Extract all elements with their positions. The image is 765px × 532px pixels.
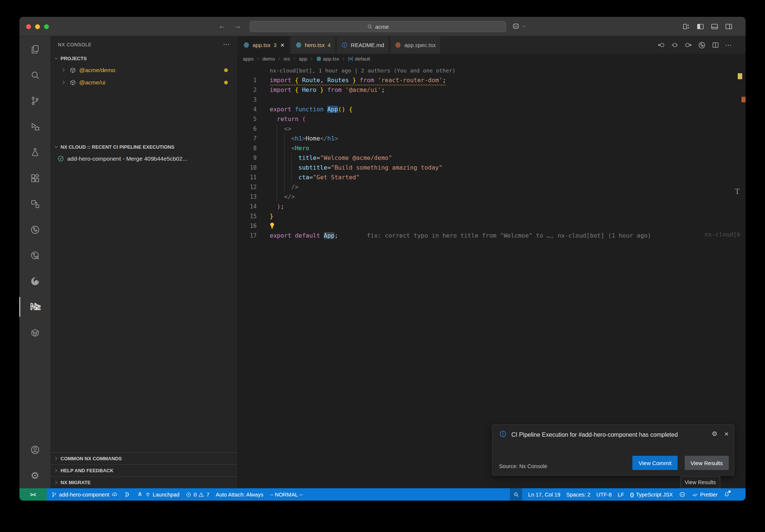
notification-settings-button[interactable]: ⚙ xyxy=(712,431,717,437)
section-help-and-feedback[interactable]: HELP AND FEEDBACK xyxy=(50,464,238,476)
breadcrumb-item[interactable]: src xyxy=(284,56,290,62)
tab-app-tsx[interactable]: app.tsx 3 ✕ xyxy=(239,36,289,54)
breadcrumb-item-symbol[interactable]: default xyxy=(348,56,370,62)
indentation-status-item[interactable]: Spaces: 2 xyxy=(566,492,591,498)
projects-section-header[interactable]: PROJECTS xyxy=(50,53,238,64)
line-text: cta="Get Started" xyxy=(270,173,360,182)
close-traffic-light[interactable] xyxy=(26,24,31,29)
editor-group: app.tsx 3 ✕ hero.tsx 4 README.md app.spe… xyxy=(238,36,746,488)
auto-attach-status-item[interactable]: Auto Attach: Always xyxy=(216,492,263,498)
close-icon[interactable]: ✕ xyxy=(280,42,285,48)
zoom-status-item[interactable] xyxy=(510,488,522,501)
breadcrumb-item[interactable]: apps xyxy=(243,56,254,62)
code-line[interactable]: 17export default App;fix: correct typo i… xyxy=(238,231,746,241)
nx-cloud-section-header[interactable]: NX CLOUD :: RECENT CI PIPELINE EXECUTION… xyxy=(50,141,238,152)
eol-status-item[interactable]: LF xyxy=(618,492,624,498)
prev-change-button[interactable] xyxy=(657,41,665,49)
launchpad-status-item[interactable]: Launchpad xyxy=(137,491,180,498)
view-results-button[interactable]: View Results xyxy=(685,456,729,470)
notifications-bell-button[interactable] xyxy=(724,491,730,498)
sidebar-item-run-debug[interactable] xyxy=(19,114,50,139)
vim-mode-status-item[interactable]: -- NORMAL -- xyxy=(270,492,303,498)
toggle-primary-sidebar-button[interactable] xyxy=(696,22,704,31)
encoding-status-item[interactable]: UTF-8 xyxy=(597,492,612,498)
sidebar-item-containers[interactable] xyxy=(19,320,50,346)
customize-layout-button[interactable] xyxy=(682,22,690,31)
pipeline-status-item[interactable] xyxy=(124,491,130,498)
sidebar-more-actions-button[interactable]: ⋯ xyxy=(223,40,230,49)
formatter-status-item[interactable]: Prettier xyxy=(692,491,718,498)
toggle-panel-button[interactable] xyxy=(710,22,719,31)
sidebar-item-git-search[interactable] xyxy=(19,242,50,268)
code-line[interactable]: 13 </> xyxy=(238,192,746,202)
chevron-right-icon xyxy=(292,56,297,61)
code-line[interactable]: 16 xyxy=(238,221,746,231)
code-line[interactable]: 6 <> xyxy=(238,124,746,134)
copilot-status-item[interactable] xyxy=(679,491,686,498)
code-line[interactable]: 5 return ( xyxy=(238,114,746,124)
project-item-acme-demo[interactable]: @acme/demo xyxy=(50,64,238,76)
remote-indicator[interactable]: >< xyxy=(19,488,47,501)
problems-status-item[interactable]: 0 7 xyxy=(186,492,209,498)
more-actions-button[interactable]: ⋯ xyxy=(725,41,732,49)
code-line[interactable]: 7 <h1>Home</h1> xyxy=(238,134,746,143)
tab-hero-tsx[interactable]: hero.tsx 4 xyxy=(291,36,335,54)
sidebar-item-nx-console[interactable]: N≥ xyxy=(19,294,50,320)
project-item-acme-ui[interactable]: @acme/ui xyxy=(50,76,238,89)
code-line[interactable]: 9 title="Welcome @acme/demo" xyxy=(238,153,746,163)
history-forward-button[interactable]: → xyxy=(233,22,242,30)
split-editor-button[interactable] xyxy=(712,41,719,49)
line-text: import { Route, Routes } from 'react-rou… xyxy=(270,75,446,85)
sidebar-item-edge-tools[interactable] xyxy=(19,268,50,294)
tab-app-spec-tsx[interactable]: app.spec.tsx xyxy=(390,36,440,54)
code-line[interactable]: 11 cta="Get Started" xyxy=(238,173,746,182)
copilot-icon xyxy=(679,491,686,498)
pipeline-execution-item[interactable]: add-hero-component - Merge 409b44e5cb02.… xyxy=(50,152,238,165)
tab-readme-md[interactable]: README.md xyxy=(337,36,388,54)
cursor-position-status-item[interactable]: Ln 17, Col 19 xyxy=(528,492,560,498)
sidebar: NX CONSOLE ⋯ PROJECTS @acme/demo xyxy=(50,36,238,488)
code-line[interactable]: 14 ); xyxy=(238,202,746,211)
account-button[interactable] xyxy=(19,437,50,463)
sidebar-item-search[interactable] xyxy=(19,62,50,88)
next-change-button[interactable] xyxy=(684,41,692,49)
copilot-menu[interactable] xyxy=(512,22,526,30)
code-line[interactable]: 8 <Hero xyxy=(238,143,746,153)
code-line[interactable]: 15} xyxy=(238,211,746,221)
minimize-traffic-light[interactable] xyxy=(35,24,40,29)
code-line[interactable]: 3 xyxy=(238,95,746,105)
command-center-search[interactable]: acme xyxy=(250,21,506,32)
notification-close-button[interactable]: ✕ xyxy=(724,431,729,437)
section-common-nx-commands[interactable]: COMMON NX COMMANDS xyxy=(50,452,238,464)
maximize-traffic-light[interactable] xyxy=(44,24,49,29)
source-control-graph-button[interactable] xyxy=(698,41,706,49)
branch-status-item[interactable]: add-hero-component xyxy=(51,491,118,498)
sidebar-item-git-graph[interactable] xyxy=(19,217,50,242)
chevron-right-icon xyxy=(61,67,66,73)
code-line[interactable]: 1import { Route, Routes } from 'react-ro… xyxy=(238,75,746,85)
line-number: 12 xyxy=(238,182,257,192)
section-nx-migrate[interactable]: NX MIGRATE xyxy=(50,476,238,488)
view-commit-button[interactable]: View Commit xyxy=(632,456,677,470)
code-line[interactable]: 2import { Hero } from '@acme/ui'; xyxy=(238,85,746,95)
settings-button[interactable]: ⚙ xyxy=(19,463,50,488)
sidebar-item-extensions[interactable] xyxy=(19,165,50,191)
history-back-button[interactable]: ← xyxy=(217,22,226,30)
breadcrumb-item[interactable]: demo xyxy=(262,56,275,62)
toggle-secondary-sidebar-button[interactable] xyxy=(725,22,733,31)
current-change-button[interactable] xyxy=(671,41,679,49)
code-editor[interactable]: nx-cloud[bot], 1 hour ago | 2 authors (Y… xyxy=(238,64,746,241)
line-number: 9 xyxy=(238,153,257,163)
breadcrumb-item-file[interactable]: app.tsx xyxy=(316,56,340,62)
sidebar-item-project-structure[interactable] xyxy=(19,191,50,217)
language-status-item[interactable]: {} TypeScript JSX xyxy=(630,492,673,498)
info-icon xyxy=(499,430,507,438)
code-line[interactable]: 10 subtitle="Build something amazing tod… xyxy=(238,163,746,173)
braces-icon: {} xyxy=(630,492,634,497)
breadcrumb-item[interactable]: app xyxy=(299,56,307,62)
sidebar-item-testing[interactable] xyxy=(19,139,50,165)
code-line[interactable]: 4export function App() { xyxy=(238,105,746,114)
sidebar-item-source-control[interactable] xyxy=(19,88,50,114)
code-line[interactable]: 12 /> xyxy=(238,182,746,192)
sidebar-item-explorer[interactable] xyxy=(19,36,50,62)
